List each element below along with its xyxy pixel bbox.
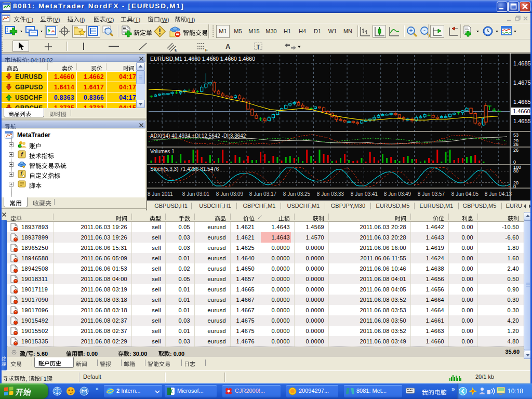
svg-text:8 Jun 04:13: 8 Jun 04:13 <box>485 191 512 197</box>
svg-text:1.4675: 1.4675 <box>513 79 531 86</box>
svg-text:0: 0 <box>513 159 516 165</box>
svg-text:8 Jun 03:57: 8 Jun 03:57 <box>418 191 445 197</box>
svg-text:E: E <box>175 48 178 52</box>
svg-text:0: 0 <box>513 184 516 189</box>
svg-text:T: T <box>257 44 260 50</box>
svg-text:Volumes 1: Volumes 1 <box>150 149 175 154</box>
svg-text:1.4660: 1.4660 <box>513 108 530 114</box>
svg-text:8 Jun 03:09: 8 Jun 03:09 <box>216 191 244 197</box>
svg-text:F: F <box>205 48 208 52</box>
svg-text:26: 26 <box>513 142 518 147</box>
svg-text:53: 53 <box>513 132 518 138</box>
svg-text:1.4685: 1.4685 <box>513 60 531 66</box>
svg-text:8 Jun 03:41: 8 Jun 03:41 <box>351 191 378 197</box>
svg-text:1.4665: 1.4665 <box>513 99 531 105</box>
svg-text:8 Jun 03:25: 8 Jun 03:25 <box>283 191 311 197</box>
svg-text:8 Jun 03:17: 8 Jun 03:17 <box>249 191 277 197</box>
svg-text:»: » <box>96 386 99 392</box>
svg-text:EURUSD,M1 1.4660 1.4660 1.466: EURUSD,M1 1.4660 1.4660 1.4660 1.4660 <box>150 56 255 62</box>
svg-text:8 Jun 2011: 8 Jun 2011 <box>148 191 173 197</box>
svg-text:80: 80 <box>513 168 518 174</box>
svg-text:8 Jun 03:33: 8 Jun 03:33 <box>317 191 344 197</box>
svg-text:8 Jun 03:49: 8 Jun 03:49 <box>384 191 411 197</box>
svg-text:26: 26 <box>513 148 518 153</box>
svg-text:-: - <box>423 27 425 34</box>
svg-text:X: X <box>169 388 173 394</box>
svg-text:1.4655: 1.4655 <box>513 118 531 124</box>
svg-text:+: + <box>409 27 413 34</box>
svg-text:8 Jun 04:05: 8 Jun 04:05 <box>451 191 479 197</box>
svg-text:8 Jun 03:01: 8 Jun 03:01 <box>182 191 210 197</box>
